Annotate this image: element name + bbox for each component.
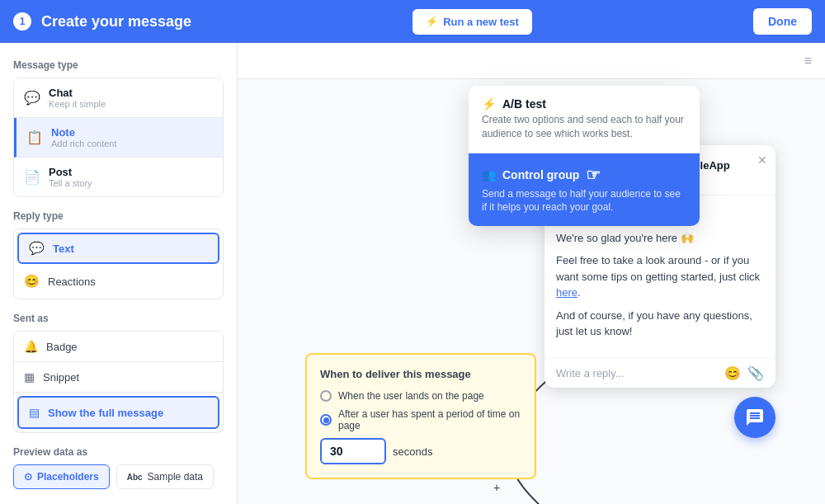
- dropdown-menu: ⚡ A/B test Create two options and send e…: [469, 86, 700, 226]
- chat-msg-4: And of course, if you have any questions…: [556, 308, 764, 340]
- reply-type-group: 💬 Text 😊 Reactions: [13, 228, 224, 299]
- preview-buttons: ⊙ Placeholders Abc Sample data: [13, 464, 224, 489]
- chat-float-button[interactable]: [734, 397, 776, 438]
- message-type-label: Message type: [13, 59, 224, 71]
- ab-test-title: ⚡ A/B test: [482, 97, 686, 111]
- svg-text:+: +: [493, 481, 500, 494]
- post-sub: Tell a story: [49, 178, 92, 188]
- badge-label: Badge: [46, 341, 78, 353]
- lightning-icon: ⚡: [426, 16, 438, 27]
- delivery-option-lands[interactable]: When the user lands on the page: [320, 390, 521, 402]
- header-left: 1 Create your message: [13, 12, 191, 31]
- placeholders-button[interactable]: ⊙ Placeholders: [13, 464, 110, 489]
- page-title: Create your message: [41, 13, 191, 31]
- post-label: Post: [49, 166, 92, 178]
- sent-as-group: 🔔 Badge ▦ Snippet ▤ Show the full messag…: [13, 331, 224, 433]
- placeholders-icon: ⊙: [24, 471, 32, 483]
- sample-label: Sample data: [148, 471, 203, 483]
- sample-data-button[interactable]: Abc Sample data: [116, 464, 214, 489]
- attachment-icon[interactable]: 📎: [747, 365, 764, 381]
- reply-type-label: Reply type: [13, 210, 224, 222]
- note-icon: 📋: [26, 130, 43, 145]
- sent-as-snippet[interactable]: ▦ Snippet: [14, 362, 223, 393]
- message-type-post[interactable]: 📄 Post Tell a story: [14, 158, 223, 196]
- chat-label: Chat: [49, 87, 106, 99]
- done-button[interactable]: Done: [753, 8, 812, 35]
- chat-close-button[interactable]: ✕: [757, 153, 767, 167]
- content-area: ≡ ✦ +: [238, 43, 825, 504]
- note-sub: Add rich content: [51, 139, 117, 148]
- emoji-icon[interactable]: 😊: [724, 365, 741, 381]
- post-icon: 📄: [24, 169, 40, 185]
- sample-icon: Abc: [127, 473, 143, 482]
- full-message-label: Show the full message: [48, 407, 163, 419]
- badge-icon: 🔔: [24, 340, 38, 353]
- chat-link[interactable]: here: [556, 286, 578, 299]
- note-label: Note: [51, 126, 117, 139]
- chat-sub: Keep it simple: [49, 99, 106, 109]
- ab-test-desc: Create two options and send each to half…: [482, 113, 686, 141]
- message-type-chat[interactable]: 💬 Chat Keep it simple: [14, 78, 223, 118]
- header: 1 Create your message ⚡ Run a new test D…: [0, 0, 825, 43]
- run-test-button[interactable]: ⚡ Run a new test: [412, 9, 532, 35]
- reply-type-text[interactable]: 💬 Text: [17, 233, 219, 264]
- sent-as-label: Sent as: [13, 313, 224, 324]
- sent-as-full[interactable]: ▤ Show the full message: [17, 396, 219, 429]
- radio-lands: [320, 390, 332, 402]
- reply-type-reactions[interactable]: 😊 Reactions: [14, 267, 223, 295]
- radio-time-inner: [323, 417, 329, 423]
- delivery-title: When to deliver this message: [320, 368, 521, 380]
- preview-label: Preview data as: [13, 446, 224, 458]
- preview-section: Preview data as ⊙ Placeholders Abc Sampl…: [13, 446, 224, 489]
- full-message-icon: ▤: [29, 406, 40, 419]
- sidebar: Message type 💬 Chat Keep it simple 📋 Not…: [0, 43, 238, 504]
- delivery-option-time[interactable]: After a user has spent a period of time …: [320, 408, 521, 431]
- control-group-desc: Send a message to half your audience to …: [482, 187, 686, 215]
- snippet-icon: ▦: [24, 370, 35, 384]
- radio-time: [320, 414, 332, 426]
- group-icon: 👥: [482, 168, 496, 181]
- text-reply-label: Text: [53, 243, 74, 255]
- chat-msg-2: We're so glad you're here 🙌: [556, 230, 764, 247]
- dropdown-control-group[interactable]: 👥 Control group ☞ Send a message to half…: [469, 153, 700, 227]
- menu-icon: ≡: [804, 54, 812, 68]
- control-group-title: 👥 Control group ☞: [482, 165, 686, 185]
- reply-placeholder: Write a reply...: [556, 367, 724, 379]
- reactions-label: Reactions: [48, 276, 96, 288]
- snippet-label: Snippet: [43, 371, 79, 384]
- cursor-icon: ☞: [586, 165, 601, 185]
- main-layout: Message type 💬 Chat Keep it simple 📋 Not…: [0, 43, 825, 504]
- step-badge: 1: [13, 12, 31, 31]
- dropdown-ab-test[interactable]: ⚡ A/B test Create two options and send e…: [469, 86, 700, 153]
- message-type-group: 💬 Chat Keep it simple 📋 Note Add rich co…: [13, 78, 224, 197]
- time-label: After a user has spent a period of time …: [338, 408, 521, 431]
- toolbar: ≡: [238, 43, 825, 79]
- seconds-label: seconds: [393, 445, 432, 458]
- message-type-note[interactable]: 📋 Note Add rich content: [14, 118, 223, 158]
- placeholders-label: Placeholders: [37, 471, 99, 483]
- text-reply-icon: 💬: [29, 241, 45, 256]
- chat-msg-3: Feel free to take a look around - or if …: [556, 252, 764, 301]
- reactions-icon: 😊: [24, 274, 40, 289]
- sent-as-badge[interactable]: 🔔 Badge: [14, 332, 223, 362]
- chat-reply-area: Write a reply... 😊 📎: [544, 358, 776, 388]
- chat-reply-icons: 😊 📎: [724, 365, 764, 381]
- chat-bubble-icon: [745, 407, 765, 427]
- chat-icon: 💬: [24, 90, 40, 106]
- ab-icon: ⚡: [482, 97, 496, 111]
- lands-label: When the user lands on the page: [338, 390, 484, 402]
- time-input[interactable]: [320, 438, 386, 464]
- run-test-label: Run a new test: [443, 16, 519, 28]
- delivery-input-row: seconds: [320, 438, 521, 464]
- delivery-card: When to deliver this message When the us…: [305, 353, 536, 479]
